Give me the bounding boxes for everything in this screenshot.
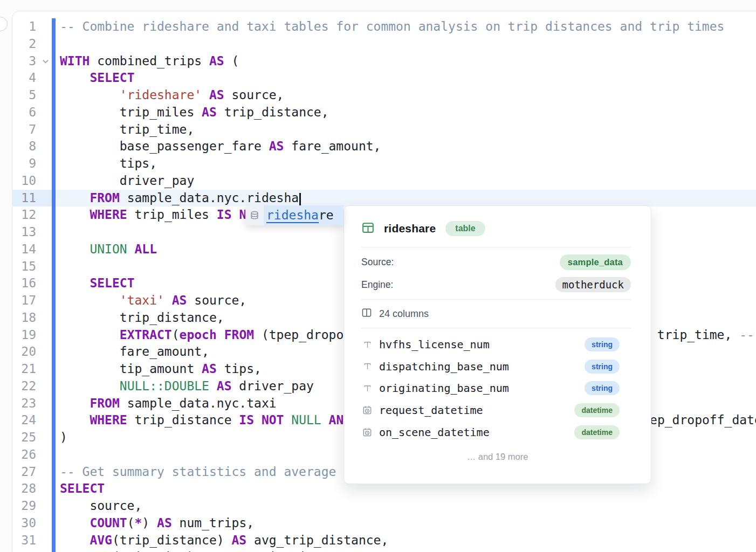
code-text: trip_time, <box>60 121 194 139</box>
source-value-badge: sample_data <box>560 254 631 270</box>
code-text: base_passenger_fare AS fare_amount, <box>60 138 381 155</box>
card-header: rideshare table <box>344 206 651 240</box>
line-number: 7 <box>12 121 36 139</box>
engine-row: Engine: motherduck <box>361 273 631 296</box>
code-line[interactable]: 7 trip_time, <box>12 121 756 139</box>
column-type-badge: string <box>585 337 620 351</box>
line-number: 19 <box>12 327 36 344</box>
line-number: 17 <box>12 292 36 309</box>
gutter-accent-bar <box>52 18 56 552</box>
code-text: SELECT <box>60 70 134 87</box>
column-list: hvfhs_license_numstringdispatching_base_… <box>344 328 651 443</box>
code-text: tip_amount AS tips, <box>60 361 262 378</box>
datetime-type-icon <box>361 427 373 438</box>
line-number: 22 <box>12 378 36 395</box>
text-cursor <box>299 193 301 207</box>
code-text: NULL::DOUBLE AS driver_pay <box>60 378 314 395</box>
column-type-badge: datetime <box>574 425 620 439</box>
text-type-icon <box>361 383 373 394</box>
code-text: trip_miles AS trip_distance, <box>60 104 329 121</box>
suggestion-label: rideshare <box>264 205 343 225</box>
code-line[interactable]: 29 source, <box>12 498 756 515</box>
code-text: WITH combined_trips AS ( <box>60 53 239 70</box>
code-text: source, <box>60 498 142 515</box>
code-line[interactable]: 32 AVG(trip_time) AS avg_trip_time, <box>12 549 756 552</box>
source-row: Source: sample_data <box>361 251 631 273</box>
line-number: 26 <box>12 446 36 464</box>
line-number: 3 <box>12 53 36 70</box>
column-type-badge: string <box>585 360 620 374</box>
line-number: 28 <box>12 480 36 498</box>
line-number: 8 <box>12 138 36 155</box>
code-text: -- Combine rideshare and taxi tables for… <box>60 18 724 36</box>
code-line[interactable]: 6 trip_miles AS trip_distance, <box>12 104 756 121</box>
suggestion-match-text: ridesha <box>266 208 319 223</box>
column-type-badge: string <box>585 381 620 395</box>
card-properties: Source: sample_data Engine: motherduck <box>344 247 651 299</box>
line-number: 11 <box>12 190 36 207</box>
line-number: 16 <box>12 275 36 292</box>
table-type-badge: table <box>445 221 485 236</box>
code-text: UNION ALL <box>60 241 157 258</box>
engine-value-badge: motherduck <box>555 277 631 292</box>
panel-handle-circle <box>0 17 8 31</box>
code-text: SELECT <box>60 275 134 292</box>
card-title: rideshare <box>384 222 436 235</box>
column-name: originating_base_num <box>379 382 585 395</box>
column-row: dispatching_base_numstring <box>361 356 620 378</box>
code-text: driver_pay <box>60 172 194 190</box>
source-label: Source: <box>361 257 394 268</box>
code-line[interactable]: 4 SELECT <box>12 70 756 87</box>
code-text: AVG(trip_time) AS avg_trip_time, <box>60 549 329 552</box>
line-number: 15 <box>12 258 36 275</box>
code-text: ) <box>60 429 67 446</box>
line-number: 1 <box>12 18 36 36</box>
code-line[interactable]: 10 driver_pay <box>12 172 756 190</box>
line-number: 31 <box>12 532 36 549</box>
database-icon <box>245 205 264 225</box>
line-number: 21 <box>12 361 36 378</box>
code-text: 'taxi' AS source, <box>60 292 246 309</box>
autocomplete-suggestion-rideshare[interactable]: rideshare <box>245 205 343 225</box>
column-row: originating_base_numstring <box>361 377 620 399</box>
code-line[interactable]: 2 <box>12 36 756 53</box>
code-text: tips, <box>60 155 157 172</box>
code-line[interactable]: 9 tips, <box>12 155 756 172</box>
code-text: FROM sample_data.nyc.ridesha <box>60 190 301 207</box>
line-number: 27 <box>12 464 36 481</box>
code-text: AVG(trip_distance) AS avg_trip_distance, <box>60 532 388 549</box>
line-number: 25 <box>12 429 36 446</box>
code-text: 'rideshare' AS source, <box>60 87 284 104</box>
line-number: 9 <box>12 155 36 172</box>
columns-count-label: 24 columns <box>379 308 429 320</box>
code-text: fare_amount, <box>60 343 209 361</box>
code-line[interactable]: 11 FROM sample_data.nyc.ridesha <box>12 190 756 207</box>
code-line[interactable]: 5 'rideshare' AS source, <box>12 87 756 104</box>
code-line[interactable]: 8 base_passenger_fare AS fare_amount, <box>12 138 756 155</box>
line-number: 20 <box>12 343 36 361</box>
code-line[interactable]: 31 AVG(trip_distance) AS avg_trip_distan… <box>12 532 756 549</box>
code-line[interactable]: 1-- Combine rideshare and taxi tables fo… <box>12 18 756 36</box>
line-number: 12 <box>12 206 36 224</box>
line-number: 32 <box>12 549 36 552</box>
column-row: request_datetimedatetime <box>361 399 620 422</box>
code-line[interactable]: 3WITH combined_trips AS ( <box>12 53 756 70</box>
columns-icon <box>361 307 372 321</box>
more-columns-label: … and 19 more <box>344 452 651 462</box>
column-type-badge: datetime <box>574 403 620 417</box>
code-text: trip_distance, <box>60 309 224 327</box>
fold-toggle-icon[interactable] <box>38 53 52 70</box>
column-name: hvfhs_license_num <box>379 338 585 351</box>
column-row: on_scene_datetimedatetime <box>361 421 620 443</box>
text-type-icon <box>361 361 373 371</box>
line-number: 5 <box>12 87 36 104</box>
line-number: 18 <box>12 309 36 327</box>
table-info-card: rideshare table Source: sample_data Engi… <box>343 205 651 484</box>
engine-label: Engine: <box>361 279 393 291</box>
code-line[interactable]: 30 COUNT(*) AS num_trips, <box>12 515 756 532</box>
line-number: 24 <box>12 412 36 429</box>
columns-summary-row: 24 columns <box>344 300 651 328</box>
column-name: request_datetime <box>379 404 574 417</box>
line-number: 14 <box>12 241 36 258</box>
line-number: 23 <box>12 395 36 412</box>
